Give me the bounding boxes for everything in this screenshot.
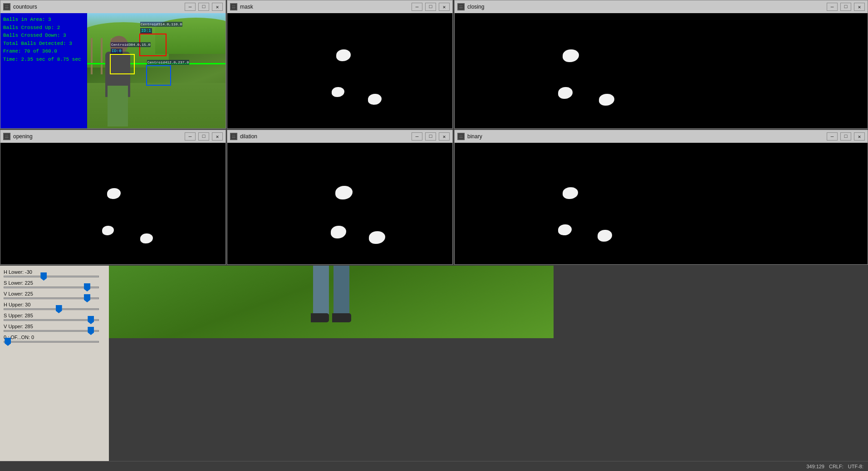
svg-rect-2 <box>231 5 236 9</box>
closing-title: closing <box>467 4 824 10</box>
status-position: 349:129 <box>806 464 824 469</box>
opening-ball-3 <box>140 233 153 243</box>
opening-content <box>0 143 226 264</box>
mask-close[interactable]: ✕ <box>439 3 450 11</box>
bottom-panel: H Lower: -30 S Lower: 225 V Lower: 225 H… <box>0 266 868 471</box>
mask-window: mask — □ ✕ <box>227 0 453 129</box>
track-box-0: ID:0 Centroid304.0,15.0 <box>110 54 135 74</box>
v-lower-track[interactable] <box>4 297 99 299</box>
dilation-ball-2 <box>331 226 346 238</box>
countours-titlebar: countours — □ ✕ <box>0 0 226 13</box>
v-upper-thumb[interactable] <box>88 327 94 335</box>
closing-close[interactable]: ✕ <box>854 3 865 11</box>
on-off-thumb[interactable] <box>5 338 11 346</box>
sliders-panel: H Lower: -30 S Lower: 225 V Lower: 225 H… <box>0 266 109 471</box>
svg-rect-0 <box>5 5 9 9</box>
h-lower-thumb[interactable] <box>40 272 47 281</box>
closing-titlebar: closing — □ ✕ <box>455 0 868 13</box>
countours-stats: Balls in Area: 3 Balls Crossed Up: 2 Bal… <box>0 13 88 128</box>
opening-window: opening — □ ✕ <box>0 130 226 265</box>
stats-text: Balls in Area: 3 Balls Crossed Up: 2 Bal… <box>3 16 85 64</box>
binary-window: binary — □ ✕ <box>454 130 868 265</box>
dilation-title: dilation <box>240 133 409 140</box>
svg-rect-10 <box>459 134 463 139</box>
s-upper-track[interactable] <box>4 319 99 321</box>
closing-window: closing — □ ✕ <box>454 0 868 129</box>
s-lower-track[interactable] <box>4 286 99 288</box>
binary-close[interactable]: ✕ <box>854 132 865 141</box>
track-box-2: Centroid412.0,237.0 <box>146 65 171 86</box>
h-upper-thumb[interactable] <box>56 305 62 313</box>
closing-ball-3 <box>599 94 614 106</box>
opening-close[interactable]: ✕ <box>212 132 223 141</box>
mask-ball-3 <box>368 94 382 105</box>
dilation-window: dilation — □ ✕ <box>227 130 453 265</box>
h-upper-track[interactable] <box>4 308 99 310</box>
dilation-minimize[interactable]: — <box>412 132 422 141</box>
countours-close[interactable]: ✕ <box>212 3 223 11</box>
h-upper-row: H Upper: 30 <box>4 302 105 310</box>
dilation-maximize[interactable]: □ <box>425 132 436 141</box>
mask-minimize[interactable]: — <box>412 3 422 11</box>
status-encoding: UTF-8: <box>848 464 863 469</box>
video-strip <box>109 266 554 338</box>
dilation-icon <box>230 133 237 140</box>
binary-title: binary <box>467 133 824 140</box>
opening-title: opening <box>13 133 182 140</box>
closing-minimize[interactable]: — <box>827 3 838 11</box>
binary-minimize[interactable]: — <box>827 132 838 141</box>
v-lower-thumb[interactable] <box>84 294 90 302</box>
opening-titlebar: opening — □ ✕ <box>0 130 226 143</box>
h-lower-row: H Lower: -30 <box>4 269 105 277</box>
mask-maximize[interactable]: □ <box>425 3 436 11</box>
countours-window: countours — □ ✕ Balls in Area: 3 Balls C… <box>0 0 226 129</box>
on-off-row: 0 : OF...ON: 0 <box>4 335 105 343</box>
video-strip-panel <box>109 266 868 471</box>
svg-rect-8 <box>231 134 236 139</box>
dilation-titlebar: dilation — □ ✕ <box>227 130 452 143</box>
countours-video: ID:1 Centroid314.0,110.0 ID:0 Centroid30… <box>87 13 226 128</box>
mask-title: mask <box>240 4 409 10</box>
opening-ball-2 <box>102 226 114 235</box>
countours-icon <box>3 3 10 10</box>
mask-ball-2 <box>332 87 344 97</box>
status-crlf: CRLF: <box>829 464 843 469</box>
h-lower-label: H Lower: -30 <box>4 269 105 275</box>
countours-minimize[interactable]: — <box>185 3 196 11</box>
closing-content <box>455 13 868 128</box>
dilation-close[interactable]: ✕ <box>439 132 450 141</box>
binary-ball-3 <box>598 230 612 242</box>
s-lower-row: S Lower: 225 <box>4 280 105 288</box>
dilation-ball-1 <box>335 186 353 199</box>
binary-ball-1 <box>563 187 578 199</box>
opening-maximize[interactable]: □ <box>198 132 209 141</box>
opening-minimize[interactable]: — <box>185 132 196 141</box>
mask-titlebar: mask — □ ✕ <box>227 0 452 13</box>
s-upper-row: S Upper: 285 <box>4 313 105 321</box>
s-lower-thumb[interactable] <box>84 283 90 291</box>
opening-ball-1 <box>107 188 121 199</box>
closing-maximize[interactable]: □ <box>840 3 851 11</box>
mask-icon <box>230 3 237 10</box>
on-off-track[interactable] <box>4 341 99 343</box>
h-upper-label: H Upper: 30 <box>4 302 105 307</box>
v-lower-row: V Lower: 225 <box>4 291 105 299</box>
binary-icon <box>457 133 465 140</box>
countours-content: Balls in Area: 3 Balls Crossed Up: 2 Bal… <box>0 13 226 128</box>
dilation-content <box>227 143 452 264</box>
svg-rect-6 <box>5 134 9 139</box>
v-upper-track[interactable] <box>4 330 99 332</box>
on-off-label: 0 : OF...ON: 0 <box>4 335 105 340</box>
s-upper-thumb[interactable] <box>88 316 94 324</box>
h-lower-track[interactable] <box>4 276 99 277</box>
statusbar: 349:129 CRLF: UTF-8: <box>0 461 868 471</box>
opening-icon <box>3 133 10 140</box>
binary-ball-2 <box>558 224 572 235</box>
v-upper-row: V Upper: 285 <box>4 324 105 332</box>
binary-content <box>455 143 868 264</box>
binary-maximize[interactable]: □ <box>840 132 851 141</box>
svg-rect-4 <box>459 5 463 9</box>
countours-maximize[interactable]: □ <box>198 3 209 11</box>
person-legs <box>309 266 354 338</box>
closing-icon <box>457 3 465 10</box>
